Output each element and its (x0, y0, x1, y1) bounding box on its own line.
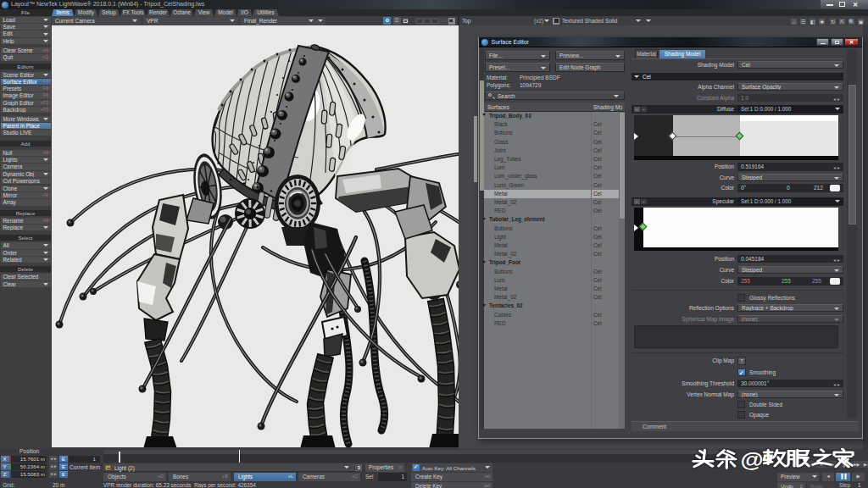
svg-text:@: @ (741, 449, 764, 470)
